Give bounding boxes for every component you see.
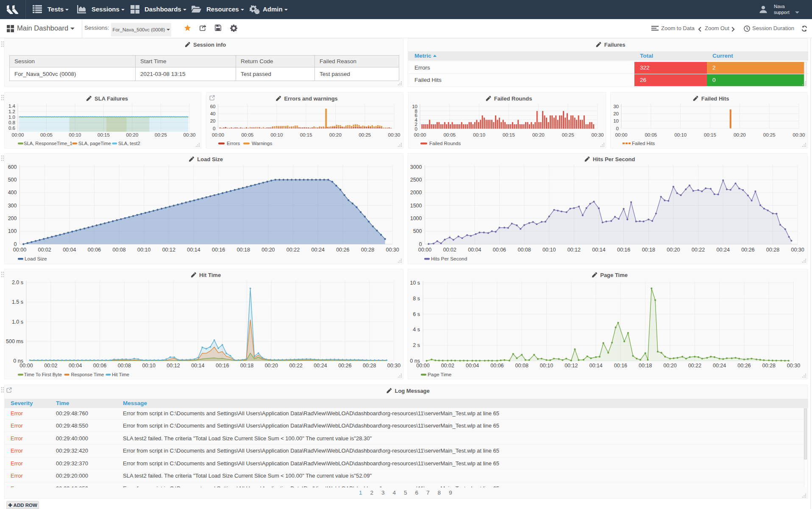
svg-text:00:25: 00:25 (359, 132, 371, 137)
svg-text:00:15: 00:15 (704, 132, 716, 137)
svg-text:00:14: 00:14 (187, 247, 200, 253)
svg-text:1.4: 1.4 (8, 103, 16, 109)
svg-text:400: 400 (8, 190, 17, 196)
svg-text:00:16: 00:16 (212, 247, 225, 253)
svg-text:00:20: 00:20 (667, 247, 680, 253)
svg-text:00:06: 00:06 (88, 247, 101, 253)
svg-text:20: 20 (210, 118, 216, 123)
svg-text:0.6: 0.6 (8, 126, 15, 131)
svg-text:2500: 2500 (410, 176, 422, 182)
svg-text:00:30: 00:30 (787, 363, 800, 369)
svg-text:1.0: 1.0 (8, 115, 15, 120)
svg-text:00:00: 00:00 (416, 363, 429, 369)
svg-text:00:26: 00:26 (737, 363, 751, 369)
svg-text:00:30: 00:30 (793, 132, 805, 137)
svg-text:00:05: 00:05 (645, 132, 657, 137)
svg-text:00:16: 00:16 (216, 363, 229, 369)
svg-text:Page Time: Page Time (428, 372, 452, 378)
svg-text:8 s: 8 s (413, 296, 420, 302)
svg-text:1.0 s: 1.0 s (12, 319, 23, 325)
svg-text:300: 300 (8, 202, 17, 208)
svg-text:00:02: 00:02 (44, 363, 57, 369)
svg-text:00:15: 00:15 (97, 132, 110, 137)
svg-text:2.0 s: 2.0 s (12, 280, 23, 285)
svg-text:00:12: 00:12 (567, 247, 581, 253)
svg-text:00:28: 00:28 (361, 247, 374, 253)
svg-text:00:05: 00:05 (40, 132, 53, 137)
svg-text:00:24: 00:24 (717, 247, 730, 253)
svg-text:00:00: 00:00 (13, 247, 26, 253)
svg-text:6 s: 6 s (413, 311, 420, 317)
svg-text:00:04: 00:04 (69, 363, 82, 369)
svg-text:Errors: Errors (227, 141, 240, 146)
svg-text:600: 600 (8, 164, 17, 170)
svg-text:00:14: 00:14 (592, 247, 605, 253)
svg-text:00:16: 00:16 (617, 247, 630, 253)
svg-text:0: 0 (415, 126, 417, 131)
svg-text:30: 30 (613, 104, 619, 109)
svg-text:00:08: 00:08 (118, 363, 131, 369)
svg-text:00:10: 00:10 (540, 363, 553, 369)
svg-text:00:15: 00:15 (503, 132, 515, 137)
svg-text:00:28: 00:28 (363, 363, 376, 369)
svg-text:00:22: 00:22 (692, 247, 705, 253)
svg-text:00:00: 00:00 (418, 247, 431, 253)
svg-text:00:15: 00:15 (300, 132, 312, 137)
svg-text:00:18: 00:18 (240, 363, 253, 369)
svg-text:0: 0 (14, 241, 17, 247)
svg-text:00:25: 00:25 (763, 132, 776, 137)
svg-text:00:10: 00:10 (142, 363, 156, 369)
svg-text:00:30: 00:30 (791, 247, 804, 253)
svg-text:0: 0 (419, 241, 422, 247)
svg-text:00:28: 00:28 (766, 247, 779, 253)
svg-text:00:22: 00:22 (688, 363, 701, 369)
svg-text:Load Size: Load Size (25, 256, 47, 262)
svg-text:00:08: 00:08 (112, 247, 125, 253)
svg-text:00:14: 00:14 (191, 363, 204, 369)
svg-text:00:26: 00:26 (336, 247, 349, 253)
svg-text:Time To First Byte: Time To First Byte (24, 372, 62, 377)
svg-text:00:12: 00:12 (162, 247, 175, 253)
svg-text:1.2: 1.2 (8, 109, 15, 114)
svg-text:00:25: 00:25 (155, 132, 167, 137)
svg-text:00:00: 00:00 (414, 132, 426, 137)
svg-text:00:12: 00:12 (565, 363, 578, 369)
svg-text:00:04: 00:04 (468, 247, 481, 253)
svg-text:00:28: 00:28 (762, 363, 776, 369)
svg-text:10: 10 (613, 118, 619, 123)
svg-text:500: 500 (413, 228, 422, 234)
svg-text:00:10: 00:10 (674, 132, 687, 137)
svg-text:500: 500 (8, 176, 17, 182)
svg-text:1000: 1000 (410, 215, 422, 221)
svg-text:4 s: 4 s (413, 327, 420, 333)
svg-text:00:05: 00:05 (443, 132, 456, 137)
svg-text:00:00: 00:00 (615, 132, 628, 137)
svg-text:SLA, pageTime: SLA, pageTime (78, 141, 111, 146)
svg-text:00:30: 00:30 (592, 132, 604, 137)
svg-text:40: 40 (210, 111, 216, 116)
svg-text:00:20: 00:20 (532, 132, 545, 137)
svg-text:00:10: 00:10 (271, 132, 283, 137)
svg-text:200: 200 (8, 215, 17, 221)
svg-text:00:08: 00:08 (517, 247, 531, 253)
svg-text:00:02: 00:02 (443, 247, 456, 253)
svg-text:00:00: 00:00 (12, 132, 24, 137)
svg-text:00:06: 00:06 (490, 363, 503, 369)
svg-text:2 s: 2 s (413, 342, 420, 348)
svg-text:Hit Time: Hit Time (112, 372, 129, 377)
svg-text:00:30: 00:30 (388, 132, 400, 137)
svg-text:10 s: 10 s (410, 280, 420, 286)
svg-text:00:00: 00:00 (19, 363, 33, 369)
svg-text:00:02: 00:02 (441, 363, 454, 369)
svg-text:00:26: 00:26 (741, 247, 754, 253)
svg-text:00:14: 00:14 (589, 363, 602, 369)
svg-text:00:10: 00:10 (69, 132, 81, 137)
svg-text:Failed Rounds: Failed Rounds (429, 141, 461, 146)
svg-text:Warnings: Warnings (252, 141, 272, 146)
svg-text:00:26: 00:26 (338, 363, 351, 369)
svg-text:Response Time: Response Time (71, 372, 104, 377)
svg-text:00:04: 00:04 (63, 247, 76, 253)
svg-text:00:24: 00:24 (311, 247, 325, 253)
svg-text:00:18: 00:18 (639, 363, 652, 369)
svg-text:00:20: 00:20 (265, 363, 278, 369)
